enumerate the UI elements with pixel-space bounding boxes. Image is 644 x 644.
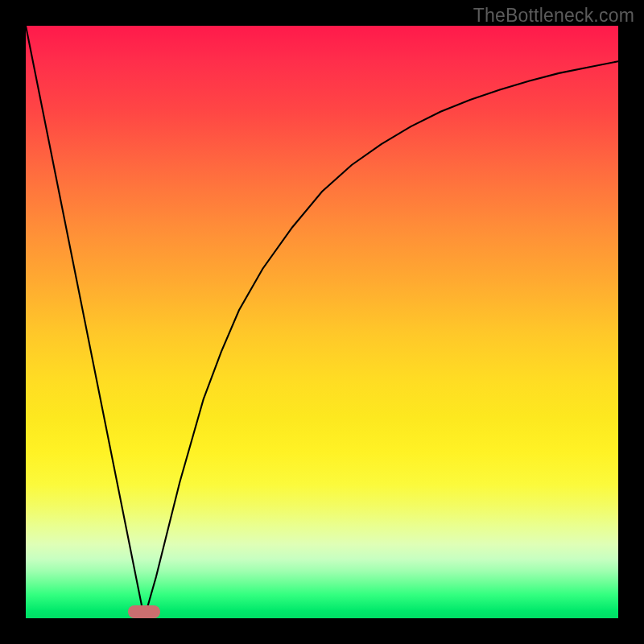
bottleneck-curve	[26, 26, 618, 618]
curve-path	[26, 26, 618, 618]
optimal-marker	[128, 605, 160, 618]
plot-area	[26, 26, 618, 618]
watermark-text: TheBottleneck.com	[473, 5, 634, 27]
chart-frame: TheBottleneck.com	[0, 0, 644, 644]
